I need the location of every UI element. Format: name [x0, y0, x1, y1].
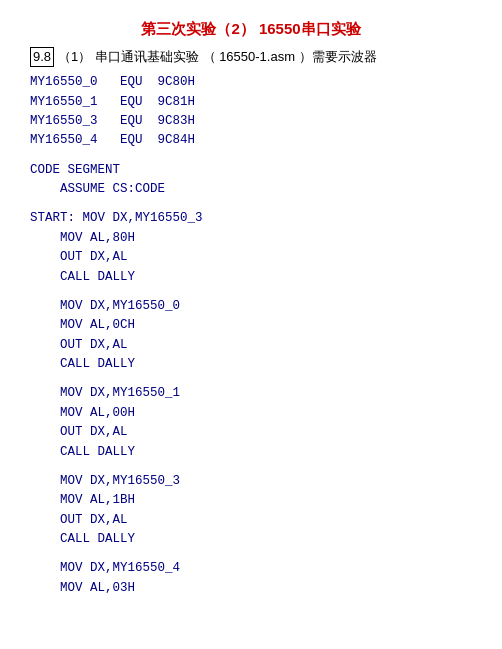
code-line: CALL DALLY	[30, 268, 472, 287]
code-line: MOV DX,MY16550_4	[30, 559, 472, 578]
section-number: 9.8	[30, 47, 54, 67]
code-line: MY16550_0 EQU 9C80H	[30, 73, 472, 92]
code-line: CALL DALLY	[30, 443, 472, 462]
section-header: 9.8 （1） 串口通讯基础实验 （ 16550-1.asm ）需要示波器	[30, 47, 472, 67]
page-title: 第三次实验（2） 16550串口实验	[30, 20, 472, 39]
code-line: ASSUME CS:CODE	[30, 180, 472, 199]
empty-line	[30, 549, 472, 559]
code-line: START: MOV DX,MY16550_3	[30, 209, 472, 228]
code-line: MOV AL,80H	[30, 229, 472, 248]
code-line: MOV DX,MY16550_0	[30, 297, 472, 316]
code-line: CALL DALLY	[30, 530, 472, 549]
code-line: MY16550_3 EQU 9C83H	[30, 112, 472, 131]
code-line: OUT DX,AL	[30, 248, 472, 267]
code-line: OUT DX,AL	[30, 336, 472, 355]
code-line: OUT DX,AL	[30, 511, 472, 530]
code-block: MY16550_0 EQU 9C80HMY16550_1 EQU 9C81HMY…	[30, 73, 472, 598]
code-line: MOV AL,00H	[30, 404, 472, 423]
empty-line	[30, 151, 472, 161]
code-line: OUT DX,AL	[30, 423, 472, 442]
code-line: MOV DX,MY16550_3	[30, 472, 472, 491]
code-line: MOV DX,MY16550_1	[30, 384, 472, 403]
empty-line	[30, 374, 472, 384]
code-line: MOV AL,1BH	[30, 491, 472, 510]
code-line: MY16550_1 EQU 9C81H	[30, 93, 472, 112]
empty-line	[30, 287, 472, 297]
code-line: MOV AL,03H	[30, 579, 472, 598]
code-line: MOV AL,0CH	[30, 316, 472, 335]
empty-line	[30, 462, 472, 472]
code-line: CALL DALLY	[30, 355, 472, 374]
code-line: MY16550_4 EQU 9C84H	[30, 131, 472, 150]
empty-line	[30, 199, 472, 209]
section-title: （1） 串口通讯基础实验 （ 16550-1.asm ）需要示波器	[58, 47, 377, 67]
code-line: CODE SEGMENT	[30, 161, 472, 180]
